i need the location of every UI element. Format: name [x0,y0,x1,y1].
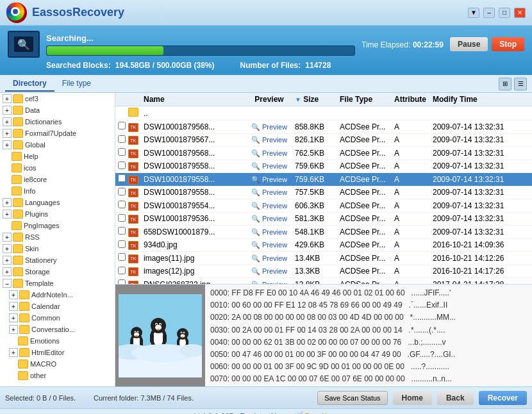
buy-now-button[interactable]: 🛒 Buy Now [293,411,338,414]
tree-item-common[interactable]: + Common [6,312,115,324]
tree-item-htmleditor[interactable]: + HtmlEditor [6,347,115,358]
header-attr[interactable]: Attribute [394,95,433,104]
tree-toggle[interactable]: + [9,302,18,311]
table-row[interactable]: TK 658DSW10001879... 🔍 Preview 548.1KB A… [115,226,532,239]
table-row[interactable]: TK 934d0.jpg 🔍 Preview 429.6KB ACDSee Pr… [115,239,532,253]
row-checkbox[interactable] [118,174,126,182]
tree-toggle[interactable]: + [9,348,18,357]
header-name[interactable]: Name [141,95,244,104]
table-row[interactable]: TK DSW10001879558... 🔍 Preview 757.5KB A… [115,186,532,200]
row-checkbox[interactable] [118,267,126,274]
tree-toggle[interactable]: + [9,313,18,322]
tree-toggle[interactable]: + [9,325,18,334]
preview-link[interactable]: 🔍 Preview [251,123,287,131]
tree-item-languages[interactable]: + Languages [0,197,115,208]
tree-item-cef3[interactable]: + cef3 [0,93,115,104]
tree-item-macro[interactable]: MACRO [6,358,115,370]
tree-toggle[interactable]: + [3,94,12,103]
preview-link[interactable]: 🔍 Preview [251,202,287,210]
tree-item-info[interactable]: Info [0,185,115,197]
tree-item-addrnote[interactable]: + AddrNoteIn... [6,289,115,301]
list-view-icon[interactable]: ☰ [514,78,527,90]
preview-link[interactable]: 🔍 Preview [251,149,287,157]
table-row[interactable]: TK DSW10001879568... 🔍 Preview 858.8KB A… [115,120,532,134]
header-size[interactable]: ▼ Size [295,95,340,104]
preview-link[interactable]: 🔍 Preview [251,136,287,144]
tree-item-emotions[interactable]: Emotions [6,335,115,347]
tree-item-other[interactable]: other [6,370,115,381]
tree-item-help[interactable]: Help [0,151,115,162]
tab-file-type[interactable]: File type [54,76,99,92]
tree-toggle[interactable]: + [3,129,12,138]
tree-item-foxmail[interactable]: + Foxmail7Update [0,128,115,139]
tree-item-dictionaries[interactable]: + Dictionaries [0,116,115,128]
table-row[interactable]: TK images(12).jpg 🔍 Preview 13.3KB ACDSe… [115,265,532,279]
tree-item-calendar[interactable]: + Calendar [6,301,115,312]
table-row[interactable]: TK DSW10001879554... 🔍 Preview 606.3KB A… [115,199,532,213]
back-button[interactable]: Back [437,391,474,405]
preview-link[interactable]: 🔍 Preview [251,176,287,183]
preview-link[interactable]: 🔍 Preview [251,228,287,236]
row-checkbox[interactable] [118,227,126,235]
row-checkbox[interactable] [118,201,126,208]
preview-link[interactable]: 🔍 Preview [251,254,287,262]
tree-item-rss[interactable]: + RSS [0,231,115,243]
preview-link[interactable]: 🔍 Preview [251,267,287,275]
tree-toggle[interactable]: + [3,210,12,219]
restore-btn[interactable]: ▼ [468,8,479,18]
row-checkbox[interactable] [118,214,126,222]
tree-item-data[interactable]: + Data [0,104,115,116]
tree-item-ie8core[interactable]: ie8core [0,174,115,185]
header-preview[interactable]: Preview [244,95,295,104]
close-btn[interactable]: ✕ [514,8,526,18]
table-row[interactable]: TK images(11).jpg 🔍 Preview 13.4KB ACDSe… [115,252,532,265]
tree-toggle[interactable]: + [3,117,12,126]
tree-item-conversation[interactable]: + Conversatio... [6,324,115,335]
tree-item-icos[interactable]: icos [0,162,115,174]
table-row[interactable]: TK DSW10001879558... 🔍 Preview 759.6KB A… [115,173,532,186]
tree-item-pngimages[interactable]: PngImages [0,220,115,231]
tree-toggle[interactable]: + [3,106,12,115]
tree-toggle[interactable]: + [3,233,12,242]
row-checkbox[interactable] [118,122,126,129]
row-checkbox[interactable] [118,240,126,248]
tree-item-plugins[interactable]: + Plugins [0,208,115,220]
row-checkbox[interactable] [118,279,126,284]
tree-toggle[interactable]: + [3,140,12,149]
recover-button[interactable]: Recover [479,391,527,405]
preview-link[interactable]: 🔍 Preview [251,215,287,222]
tree-item-template[interactable]: – Template [0,277,115,289]
table-row[interactable]: .. [115,106,532,120]
table-row[interactable]: TK DSW10001879568... 🔍 Preview 762.5KB A… [115,147,532,160]
row-checkbox[interactable] [118,188,126,195]
tree-toggle[interactable]: + [3,244,12,253]
tree-item-global[interactable]: + Global [0,139,115,151]
table-row[interactable]: TK DSW10001879567... 🔍 Preview 826.1KB A… [115,134,532,147]
tree-item-stationery[interactable]: + Stationery [0,254,115,266]
maximize-btn[interactable]: □ [499,8,510,18]
header-filetype[interactable]: File Type [340,95,394,104]
preview-link[interactable]: 🔍 Preview [251,162,287,170]
row-checkbox[interactable] [118,148,126,156]
header-modify[interactable]: Modify Time [433,95,532,104]
grid-view-icon[interactable]: ⊞ [499,78,511,90]
table-row[interactable]: TK DSW10001879536... 🔍 Preview 581.3KB A… [115,213,532,226]
tree-toggle[interactable]: + [3,267,12,276]
tree-toggle[interactable]: + [3,256,12,265]
row-checkbox[interactable] [118,253,126,261]
tree-toggle[interactable]: + [9,290,18,299]
pause-button[interactable]: Pause [450,37,488,51]
row-checkbox[interactable] [118,161,126,169]
home-button[interactable]: Home [393,391,432,405]
table-row[interactable]: TK DSW10001879558... 🔍 Preview 759.6KB A… [115,160,532,174]
preview-link[interactable]: 🔍 Preview [251,188,287,196]
table-row[interactable]: TK DNSGI0368722.jpg 🔍 Preview 12.8KB ACD… [115,278,532,284]
tree-toggle[interactable]: – [3,279,12,288]
row-checkbox[interactable] [118,135,126,143]
minimize-btn[interactable]: – [483,8,495,18]
save-scan-button[interactable]: Save Scan Status [317,391,387,405]
preview-link[interactable]: 🔍 Preview [251,241,287,249]
tree-item-skin[interactable]: + Skin [0,243,115,254]
tree-item-storage[interactable]: + Storage [0,266,115,277]
tree-toggle[interactable]: + [3,198,12,207]
